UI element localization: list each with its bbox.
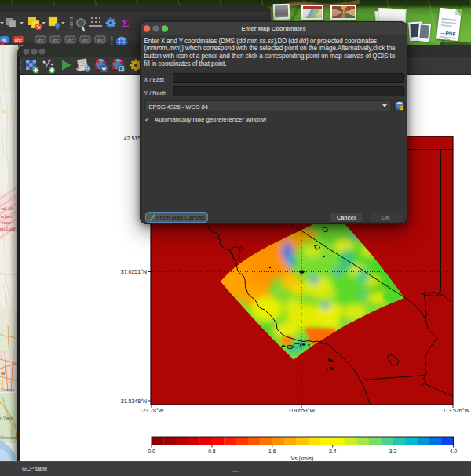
svg-text:123.78°W: 123.78°W [140,408,164,413]
svg-text:2.4: 2.4 [329,449,337,454]
svg-text:0.0: 0.0 [148,449,155,454]
svg-text:113.526°W: 113.526°W [443,408,470,413]
svg-text:1.6: 1.6 [268,449,276,454]
svg-text:37.0251°N: 37.0251°N [121,269,147,274]
svg-text:31.5348°N: 31.5348°N [121,398,147,404]
svg-text:3.2: 3.2 [389,449,397,454]
svg-text:0.8: 0.8 [208,449,216,454]
svg-text:4.0: 4.0 [450,449,458,454]
svg-text:119.653°W: 119.653°W [288,408,316,413]
